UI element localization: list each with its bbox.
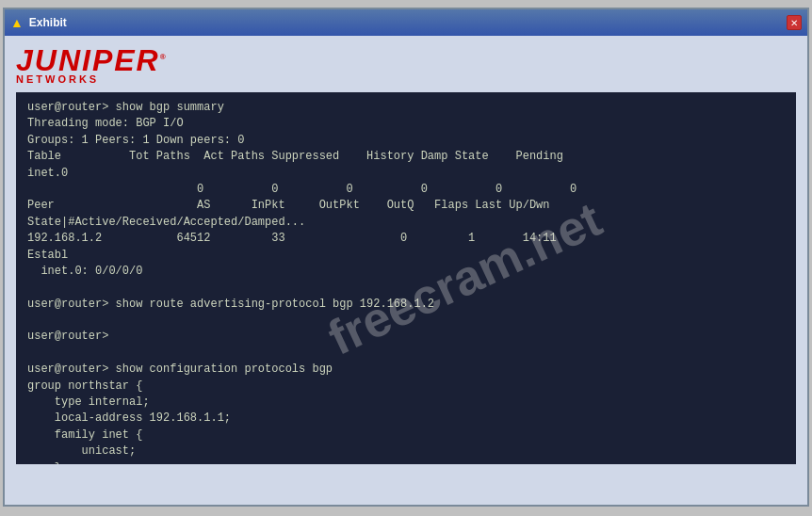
- terminal-window: freecram.net user@router> show bgp summa…: [16, 92, 796, 464]
- juniper-logo-name: JUNIPeR®: [16, 45, 168, 75]
- window-icon: ▲: [10, 15, 24, 30]
- title-bar: ▲ Exhibit ✕: [5, 9, 807, 36]
- main-window: ▲ Exhibit ✕ JUNIPeR® NETWORKS freecram.n…: [3, 8, 809, 507]
- window-title: Exhibit: [29, 16, 67, 29]
- juniper-networks-label: NETWORKS: [16, 73, 99, 85]
- close-button[interactable]: ✕: [787, 15, 802, 30]
- terminal-content: user@router> show bgp summary Threading …: [27, 100, 785, 464]
- juniper-header: JUNIPeR® NETWORKS: [5, 36, 807, 92]
- registered-mark: ®: [160, 53, 168, 61]
- title-bar-left: ▲ Exhibit: [10, 15, 67, 30]
- juniper-logo: JUNIPeR® NETWORKS: [16, 45, 168, 85]
